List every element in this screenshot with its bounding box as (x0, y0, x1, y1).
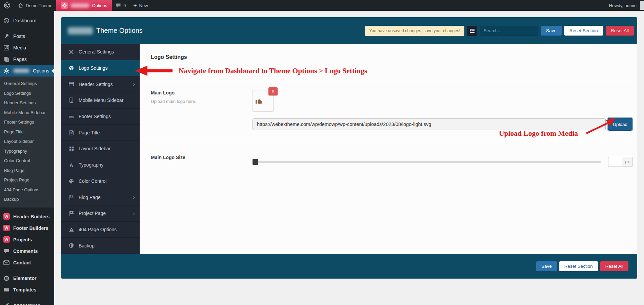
pushpin-icon (3, 33, 10, 39)
options-menu-404-page-options[interactable]: 404 Page Options (61, 222, 140, 238)
wordpress-logo-icon[interactable] (0, 0, 14, 11)
sidebar-label: Appearance (13, 303, 40, 305)
footer-ruler-icon (68, 114, 74, 118)
sidebar-submenu-page-title[interactable]: Page Title (0, 127, 54, 137)
options-menu-logo-settings[interactable]: Logo Settings (61, 60, 140, 77)
sidebar-label: Dashboard (13, 18, 37, 23)
sidebar-submenu-project-page[interactable]: Project Page (0, 175, 54, 185)
sidebar-submenu-header-settings[interactable]: Header Settings (0, 98, 54, 108)
options-menu-label: Blog Page (79, 195, 101, 200)
sidebar-label: Pages (13, 57, 27, 62)
sidebar-submenu-blog-page[interactable]: Blog Page (0, 166, 54, 176)
sidebar-item-dashboard[interactable]: Dashboard (0, 15, 54, 26)
avatar[interactable] (640, 1, 644, 10)
slider-handle[interactable] (253, 159, 258, 165)
sidebar-item-posts[interactable]: Posts (0, 30, 54, 42)
options-menu-header-settings[interactable]: Header Settings › (61, 76, 140, 92)
sidebar-submenu-layout-sidebar[interactable]: Layout Sidebar (0, 137, 54, 147)
elementor-icon (3, 275, 10, 281)
typography-icon: A (68, 162, 74, 168)
chevron-right-icon: › (133, 81, 135, 87)
sidebar-label: Templates (13, 287, 36, 292)
field-label: Main Logo (151, 90, 253, 95)
chevron-right-icon: › (133, 194, 135, 200)
redacted-brand (13, 69, 29, 73)
options-menu-label: Project Page (79, 211, 106, 216)
options-menu-typography[interactable]: A Typography (61, 157, 140, 173)
options-menu-project-page[interactable]: Project Page › (61, 205, 140, 222)
options-menu-label: Page Title (79, 130, 100, 135)
mobile-icon (68, 97, 74, 103)
reset-section-button[interactable]: Reset Section (564, 26, 603, 36)
sidebar-item-elementor[interactable]: Elementor (0, 273, 54, 284)
webex-w-icon: W (3, 236, 10, 243)
reset-all-button-bottom[interactable]: Reset All (600, 261, 628, 271)
sidebar-label: Contact (13, 260, 31, 265)
save-button-bottom[interactable]: Save (536, 261, 557, 271)
slider-track[interactable] (253, 161, 601, 163)
options-tab-label: Options (92, 3, 107, 8)
options-menu-mobile-menu-sidebar[interactable]: Mobile Menu Sidebar (61, 92, 140, 109)
sidebar-item-pages[interactable]: Pages (0, 53, 54, 65)
adminbar-new-button[interactable]: + New (130, 0, 152, 11)
adminbar-comments[interactable]: 0 (112, 0, 129, 11)
upload-button[interactable]: Upload (608, 118, 632, 131)
wordpress-logo-icon (4, 2, 11, 9)
logo-url-input[interactable] (253, 118, 606, 130)
adminbar-site-name[interactable]: Demo Theme (14, 0, 56, 11)
sidebar-item-projects[interactable]: W Projects (0, 234, 54, 245)
gear-icon (3, 68, 10, 74)
howdy-account-menu[interactable]: Howdy, admin (606, 3, 640, 8)
sidebar-submenu-mobile-menu-sidebar[interactable]: Mobile Menu Sidebar (0, 108, 54, 118)
document-icon (68, 130, 74, 135)
sidebar-item-header-builders[interactable]: W Header Builders (0, 211, 54, 222)
dashboard-gauge-icon (3, 18, 10, 24)
sidebar-item-footer-builders[interactable]: W Footer Builders (0, 222, 54, 234)
folder-icon (3, 287, 10, 292)
sidebar-item-theme-options[interactable]: Options (0, 65, 54, 77)
options-menu-label: 404 Page Options (79, 227, 117, 232)
cube-icon (68, 65, 74, 71)
adminbar-theme-options-tab[interactable]: Options (56, 0, 112, 11)
logo-size-slider[interactable] (253, 159, 601, 165)
shield-icon (68, 243, 74, 248)
tools-icon (68, 49, 74, 55)
home-icon (18, 3, 23, 8)
reset-section-button-bottom[interactable]: Reset Section (559, 261, 598, 271)
sidebar-submenu-typography[interactable]: Typography (0, 147, 54, 156)
theme-options-menu: General Settings Logo Settings Header Se… (61, 44, 140, 254)
sidebar-submenu-footer-settings[interactable]: Footer Settings (0, 117, 54, 127)
remove-logo-button[interactable]: × (268, 87, 278, 95)
sidebar-submenu-logo-settings[interactable]: Logo Settings (0, 89, 54, 99)
options-menu-blog-page[interactable]: Blog Page › (61, 189, 140, 205)
page-title: Theme Options (96, 27, 143, 35)
logo-size-input[interactable] (608, 157, 622, 167)
sidebar-label: Elementor (13, 276, 36, 281)
redacted-brand (71, 3, 89, 8)
search-input[interactable] (480, 26, 538, 36)
section-title: Logo Settings (151, 54, 626, 60)
sidebar-item-templates[interactable]: Templates (0, 284, 54, 296)
sidebar-submenu-backup[interactable]: Backup (0, 195, 54, 204)
options-menu-page-title[interactable]: Page Title (61, 125, 140, 141)
sidebar-item-media[interactable]: Media (0, 42, 54, 53)
sidebar-item-comments[interactable]: Comments (0, 245, 54, 257)
reset-all-button[interactable]: Reset All (606, 26, 634, 36)
sidebar-submenu-404-page-options[interactable]: 404 Page Options (0, 185, 54, 195)
save-button[interactable]: Save (541, 26, 562, 36)
options-menu-label: Footer Settings (79, 114, 111, 119)
options-menu-color-control[interactable]: Color Control (61, 173, 140, 190)
media-icon (3, 45, 10, 51)
options-menu-layout-sidebar[interactable]: Layout Sidebar (61, 141, 140, 157)
options-menu-backup[interactable]: Backup (61, 238, 140, 254)
expand-options-button[interactable] (467, 26, 477, 36)
options-menu-footer-settings[interactable]: Footer Settings (61, 109, 140, 125)
admin-content-area: Theme Options You have unsaved changes, … (54, 11, 644, 305)
sidebar-label: Posts (13, 34, 25, 39)
options-menu-general-settings[interactable]: General Settings (61, 44, 140, 60)
sidebar-submenu-general-settings[interactable]: General Settings (0, 79, 54, 89)
sidebar-item-appearance[interactable]: Appearance (0, 300, 54, 305)
sidebar-submenu-color-control[interactable]: Color Control (0, 156, 54, 166)
field-description: Upload main logo here. (151, 99, 253, 104)
sidebar-item-contact[interactable]: Contact (0, 257, 54, 268)
